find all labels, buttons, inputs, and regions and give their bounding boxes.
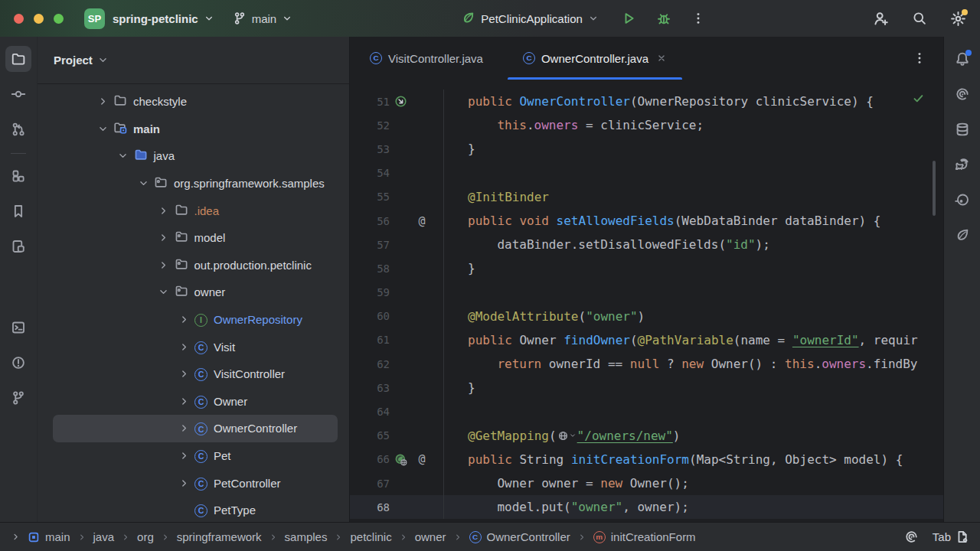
- line-number[interactable]: 58: [350, 262, 390, 275]
- minimize-window-button[interactable]: [34, 14, 44, 24]
- chevron-right-icon[interactable]: [158, 259, 170, 271]
- line-number[interactable]: 54: [350, 167, 390, 179]
- line-number[interactable]: 51: [350, 96, 390, 108]
- line-number[interactable]: 66: [350, 453, 390, 465]
- tree-item-owner[interactable]: owner: [53, 279, 338, 306]
- tree-item-org-springframework-samples[interactable]: org.springframework.samples: [53, 170, 338, 197]
- line-number[interactable]: 68: [350, 501, 390, 514]
- chevron-right-icon[interactable]: [178, 422, 190, 434]
- right-rail-notifications-button[interactable]: [949, 46, 975, 72]
- tree-item--idea[interactable]: .idea: [53, 197, 338, 224]
- zoom-window-button[interactable]: [54, 14, 64, 24]
- branch-widget[interactable]: main: [233, 11, 293, 25]
- line-number[interactable]: 53: [350, 143, 390, 155]
- tree-item-pettype[interactable]: CPetType: [53, 497, 338, 522]
- chevron-down-icon[interactable]: [117, 150, 129, 161]
- code-line-56[interactable]: 56@public void setAllowedFields(WebDataB…: [350, 209, 943, 233]
- left-rail-pull-requests-tool-button[interactable]: [5, 116, 31, 142]
- code-line-65[interactable]: 65@GetMapping("/owners/new"): [350, 424, 943, 448]
- tree-item-pet[interactable]: CPet: [53, 442, 338, 470]
- code-line-64[interactable]: 64: [350, 399, 943, 423]
- left-rail-structure-tool-button[interactable]: [5, 163, 31, 189]
- tree-item-checkstyle[interactable]: checkstyle: [53, 88, 338, 116]
- tree-item-out-production-petclinic[interactable]: out.production.petclinic: [53, 252, 338, 279]
- tab-completion-widget[interactable]: Tab: [933, 530, 969, 544]
- gutter-slot[interactable]: [390, 453, 411, 466]
- chevron-right-icon[interactable]: [96, 96, 109, 107]
- breadcrumb-item-samples[interactable]: samples: [285, 530, 328, 543]
- code-line-60[interactable]: 60@ModelAttribute("owner"): [350, 305, 943, 328]
- left-rail-more-tools-button[interactable]: [5, 269, 31, 295]
- right-rail-ai-assistant-button[interactable]: [949, 81, 975, 107]
- breadcrumb-item-ownercontroller[interactable]: COwnerController: [469, 530, 570, 543]
- tree-item-java[interactable]: java: [53, 142, 338, 170]
- nav-arrow-gutter-icon[interactable]: [394, 95, 407, 108]
- line-number[interactable]: 67: [350, 478, 390, 490]
- debug-button[interactable]: [656, 11, 671, 26]
- editor-scrollbar[interactable]: [933, 161, 936, 216]
- code-line-51[interactable]: 51public OwnerController(OwnerRepository…: [350, 90, 943, 113]
- run-button[interactable]: [621, 11, 636, 26]
- tree-item-visitcontroller[interactable]: CVisitController: [53, 360, 338, 388]
- code-line-55[interactable]: 55@InitBinder: [350, 185, 943, 209]
- editor-tab-ownercontroller-java[interactable]: COwnerController.java: [503, 37, 687, 80]
- right-rail-gradle-tool-button[interactable]: [949, 152, 975, 178]
- breadcrumb-item-main[interactable]: main: [28, 530, 70, 543]
- code-line-52[interactable]: 52this.owners = clinicService;: [350, 113, 943, 137]
- line-number[interactable]: 61: [350, 334, 390, 346]
- chevron-right-icon[interactable]: [178, 314, 190, 325]
- breadcrumb-item-org[interactable]: org: [137, 530, 154, 543]
- close-window-button[interactable]: [14, 14, 24, 24]
- left-rail-commit-tool-button[interactable]: [5, 81, 31, 107]
- settings-button[interactable]: [950, 11, 966, 27]
- code-line-59[interactable]: 59: [350, 281, 943, 305]
- left-rail-version-control-tool-button[interactable]: [5, 385, 31, 411]
- inspections-ok-icon[interactable]: [912, 92, 925, 105]
- close-tab-icon[interactable]: [656, 53, 667, 64]
- breadcrumb-item-petclinic[interactable]: petclinic: [350, 530, 391, 543]
- breadcrumb-collapse-chevron[interactable]: [11, 532, 21, 542]
- chevron-right-icon[interactable]: [178, 450, 190, 461]
- chevron-right-icon[interactable]: [158, 232, 170, 243]
- chevron-down-icon[interactable]: [96, 123, 109, 135]
- chevron-right-icon[interactable]: [178, 396, 190, 407]
- breadcrumb-item-java[interactable]: java: [93, 530, 115, 543]
- line-number[interactable]: 56: [350, 215, 390, 227]
- run-config-name[interactable]: PetClinicApplication: [481, 12, 583, 25]
- ai-assistant-status-icon[interactable]: [904, 530, 919, 544]
- code-line-68[interactable]: 68model.put("owner", owner);: [350, 495, 943, 519]
- code-line-61[interactable]: 61public Owner findOwner(@PathVariable(n…: [350, 328, 943, 352]
- search-everywhere-button[interactable]: [912, 11, 927, 26]
- code-line-67[interactable]: 67Owner owner = new Owner();: [350, 471, 943, 495]
- left-rail-bookmarks-tool-button[interactable]: [5, 198, 31, 224]
- left-rail-device-manager-tool-button[interactable]: [5, 233, 31, 259]
- spring-at-gutter-icon[interactable]: [394, 453, 407, 466]
- tree-item-petcontroller[interactable]: CPetController: [53, 469, 338, 497]
- annotation-gutter-icon[interactable]: @: [418, 452, 425, 466]
- url-mapping-chip[interactable]: [557, 430, 577, 442]
- code-line-54[interactable]: 54: [350, 161, 943, 185]
- tab-options-icon[interactable]: [913, 51, 926, 65]
- code-line-66[interactable]: 66@public String initCreationForm(Map<St…: [350, 448, 943, 471]
- line-number[interactable]: 65: [350, 429, 390, 442]
- tree-item-owner[interactable]: COwner: [53, 388, 338, 416]
- breadcrumb-item-initcreationform[interactable]: minitCreationForm: [593, 530, 696, 543]
- code-line-63[interactable]: 63}: [350, 376, 943, 399]
- tree-item-model[interactable]: model: [53, 224, 338, 252]
- line-number[interactable]: 59: [350, 286, 390, 298]
- right-rail-bean-tool-button[interactable]: [949, 187, 975, 213]
- tree-item-visit[interactable]: CVisit: [53, 333, 338, 360]
- left-rail-problems-tool-button[interactable]: [5, 350, 31, 376]
- line-number[interactable]: 52: [350, 119, 390, 132]
- chevron-right-icon[interactable]: [178, 368, 190, 380]
- tree-item-ownercontroller[interactable]: COwnerController: [53, 415, 338, 442]
- left-rail-terminal-tool-button[interactable]: [5, 315, 31, 341]
- chevron-right-icon[interactable]: [158, 205, 170, 217]
- gutter-slot[interactable]: @: [411, 214, 433, 228]
- chevron-right-icon[interactable]: [178, 478, 190, 489]
- right-rail-spring-tool-button[interactable]: [949, 222, 975, 248]
- annotation-gutter-icon[interactable]: @: [418, 214, 425, 228]
- chevron-down-icon[interactable]: [158, 286, 170, 298]
- code-editor[interactable]: 51public OwnerController(OwnerRepository…: [350, 80, 943, 522]
- line-number[interactable]: 64: [350, 406, 390, 418]
